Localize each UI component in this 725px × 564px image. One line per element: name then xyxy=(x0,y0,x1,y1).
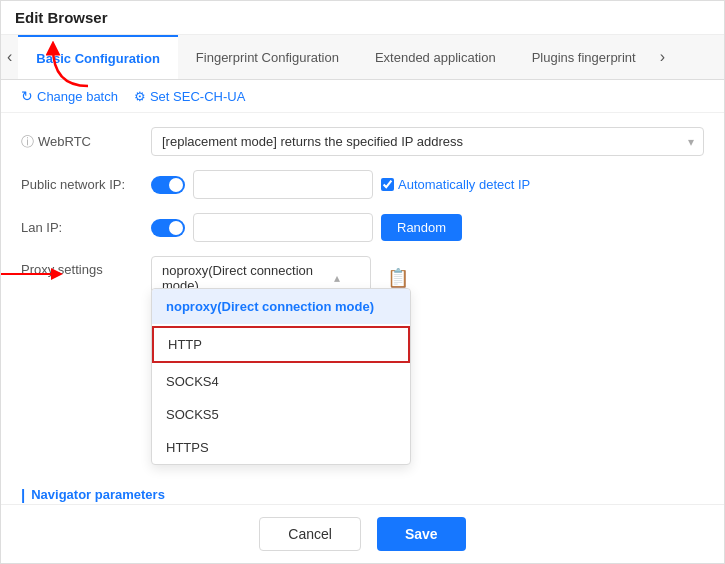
set-sec-button[interactable]: ⚙ Set SEC-CH-UA xyxy=(134,89,245,104)
proxy-dropdown-menu: noproxy(Direct connection mode) HTTP SOC… xyxy=(151,288,411,465)
tab-bar: ‹ Basic Configuration Fingerprint Config… xyxy=(1,35,724,80)
lan-ip-input[interactable]: 172.22.5.159 xyxy=(193,213,373,242)
arrow-indicator xyxy=(33,38,93,88)
tab-plugins-fingerprint[interactable]: Plugins fingerprint xyxy=(514,35,654,79)
dropdown-header: noproxy(Direct connection mode) xyxy=(152,289,410,324)
lan-ip-label: Lan IP: xyxy=(21,220,151,235)
navigator-section: Navigator parameters Resolution ▾ device… xyxy=(21,480,704,504)
webrtc-row: ⓘ WebRTC [replacement mode] returns the … xyxy=(21,127,704,156)
public-ip-controls: Automatically detect IP xyxy=(151,170,704,199)
public-network-ip-row: Public network IP: Automatically detect … xyxy=(21,170,704,199)
title-bar: Edit Browser xyxy=(1,1,724,35)
tab-next-button[interactable]: › xyxy=(654,35,671,79)
public-ip-input[interactable] xyxy=(193,170,373,199)
tab-extended-application[interactable]: Extended application xyxy=(357,35,514,79)
navigator-section-title: Navigator parameters xyxy=(21,480,704,504)
dropdown-item-https[interactable]: HTTPS xyxy=(152,431,410,464)
webrtc-select[interactable]: [replacement mode] returns the specified… xyxy=(151,127,704,156)
change-batch-button[interactable]: ↻ Change batch xyxy=(21,88,118,104)
arrow-svg xyxy=(1,262,71,286)
cancel-button[interactable]: Cancel xyxy=(259,517,361,551)
tab-prev-button[interactable]: ‹ xyxy=(1,35,18,79)
public-ip-label: Public network IP: xyxy=(21,177,151,192)
public-ip-toggle[interactable] xyxy=(151,176,185,194)
chevron-up-icon: ▴ xyxy=(334,271,340,285)
main-window: Edit Browser ‹ Basic Configuration Finge… xyxy=(0,0,725,564)
auto-detect-checkbox[interactable] xyxy=(381,178,394,191)
settings-icon: ⚙ xyxy=(134,89,146,104)
save-button[interactable]: Save xyxy=(377,517,466,551)
tab-fingerprint-configuration[interactable]: Fingerprint Configuration xyxy=(178,35,357,79)
dropdown-item-socks5[interactable]: SOCKS5 xyxy=(152,398,410,431)
dropdown-item-http[interactable]: HTTP xyxy=(152,326,410,363)
proxy-settings-row: Proxy settings noproxy(Direct connection… xyxy=(21,256,704,300)
webrtc-select-wrapper: [replacement mode] returns the specified… xyxy=(151,127,704,156)
lan-ip-controls: 172.22.5.159 Random xyxy=(151,213,704,242)
webrtc-label: ⓘ WebRTC xyxy=(21,133,151,151)
proxy-arrow xyxy=(1,262,71,289)
dropdown-item-socks4[interactable]: SOCKS4 xyxy=(152,365,410,398)
toolbar: ↻ Change batch ⚙ Set SEC-CH-UA xyxy=(1,80,724,113)
footer: Cancel Save xyxy=(1,504,724,563)
refresh-icon: ↻ xyxy=(21,88,33,104)
main-content: ⓘ WebRTC [replacement mode] returns the … xyxy=(1,113,724,504)
auto-detect-label[interactable]: Automatically detect IP xyxy=(381,177,530,192)
document-icon[interactable]: 📋 xyxy=(387,267,409,289)
window-title: Edit Browser xyxy=(15,9,108,26)
info-icon[interactable]: ⓘ xyxy=(21,133,34,151)
lan-ip-row: Lan IP: 172.22.5.159 Random xyxy=(21,213,704,242)
lan-ip-toggle[interactable] xyxy=(151,219,185,237)
random-button[interactable]: Random xyxy=(381,214,462,241)
